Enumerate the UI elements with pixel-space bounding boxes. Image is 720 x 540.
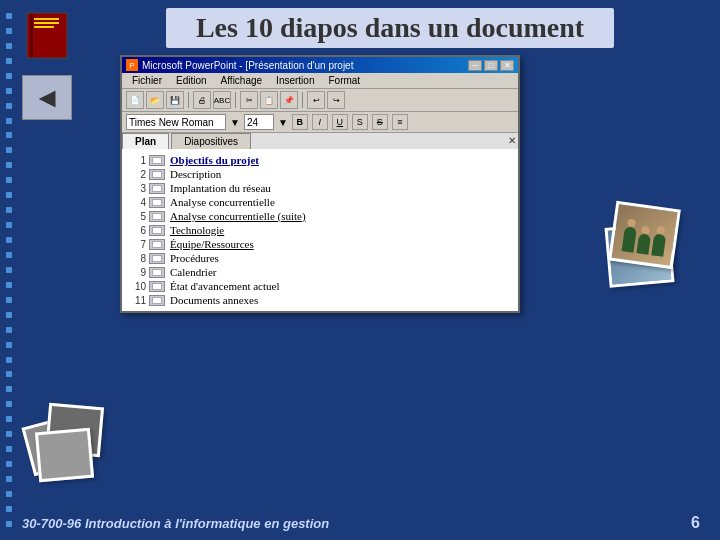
menu-insertion[interactable]: Insertion bbox=[270, 74, 320, 87]
menu-affichage[interactable]: Affichage bbox=[215, 74, 269, 87]
sep2 bbox=[235, 92, 236, 108]
footer: 30-700-96 Introduction à l'informatique … bbox=[22, 514, 700, 532]
slide-item[interactable]: 4Analyse concurrentielle bbox=[128, 195, 512, 209]
slide-item[interactable]: 8Procédures bbox=[128, 251, 512, 265]
underline-btn[interactable]: U bbox=[332, 114, 348, 130]
slide-title: Analyse concurrentielle bbox=[170, 196, 275, 208]
slide-title: Procédures bbox=[170, 252, 219, 264]
tab-diapositives[interactable]: Diapositives bbox=[171, 133, 251, 149]
ppt-menubar: Fichier Edition Affichage Insertion Form… bbox=[122, 73, 518, 89]
new-btn[interactable]: 📄 bbox=[126, 91, 144, 109]
font-size-arrow2: ▼ bbox=[278, 117, 288, 128]
ppt-window-controls: ─ □ ✕ bbox=[468, 60, 514, 71]
footer-text: 30-700-96 Introduction à l'informatique … bbox=[22, 516, 329, 531]
slide-thumbnail bbox=[149, 169, 165, 180]
menu-format[interactable]: Format bbox=[322, 74, 366, 87]
shadow-btn[interactable]: S bbox=[352, 114, 368, 130]
slide-item[interactable]: 7Équipe/Ressources bbox=[128, 237, 512, 251]
menu-fichier[interactable]: Fichier bbox=[126, 74, 168, 87]
strikethrough-btn[interactable]: S bbox=[372, 114, 388, 130]
font-name-input[interactable] bbox=[126, 114, 226, 130]
svg-rect-1 bbox=[30, 13, 33, 58]
font-size-input[interactable] bbox=[244, 114, 274, 130]
slide-title: Analyse concurrentielle (suite) bbox=[170, 210, 306, 222]
slide-item[interactable]: 6Technologie bbox=[128, 223, 512, 237]
slide-item[interactable]: 5Analyse concurrentielle (suite) bbox=[128, 209, 512, 223]
book-icon bbox=[22, 8, 72, 63]
tab-plan[interactable]: Plan bbox=[122, 133, 169, 149]
slide-item[interactable]: 3Implantation du réseau bbox=[128, 181, 512, 195]
ppt-toolbar-1: 📄 📂 💾 🖨 ABC ✂ 📋 📌 ↩ ↪ bbox=[122, 89, 518, 112]
photos-right bbox=[602, 195, 702, 300]
italic-btn[interactable]: I bbox=[312, 114, 328, 130]
svg-rect-4 bbox=[34, 26, 54, 28]
slide-title: Technologie bbox=[170, 224, 224, 236]
cut-btn[interactable]: ✂ bbox=[240, 91, 258, 109]
slide-number: 2 bbox=[128, 169, 146, 180]
slide-thumbnail bbox=[149, 239, 165, 250]
bold-btn[interactable]: B bbox=[292, 114, 308, 130]
ppt-app-icon: P bbox=[126, 59, 138, 71]
svg-rect-2 bbox=[34, 18, 59, 20]
ppt-tabs-row: Plan Diapositives ✕ bbox=[122, 133, 518, 149]
slide-item[interactable]: 11Documents annexes bbox=[128, 293, 512, 307]
slide-number: 11 bbox=[128, 295, 146, 306]
slide-thumbnail bbox=[149, 211, 165, 222]
slide-title: Implantation du réseau bbox=[170, 182, 271, 194]
slide-number: 6 bbox=[128, 225, 146, 236]
minimize-button[interactable]: ─ bbox=[468, 60, 482, 71]
open-btn[interactable]: 📂 bbox=[146, 91, 164, 109]
save-btn[interactable]: 💾 bbox=[166, 91, 184, 109]
slide-number: 10 bbox=[128, 281, 146, 292]
slide-thumbnail bbox=[149, 155, 165, 166]
svg-rect-3 bbox=[34, 22, 59, 24]
slide-title: Description bbox=[170, 168, 221, 180]
print-btn[interactable]: 🖨 bbox=[193, 91, 211, 109]
slide-number: 4 bbox=[128, 197, 146, 208]
paste-btn[interactable]: 📌 bbox=[280, 91, 298, 109]
title-bar: Les 10 diapos dans un document bbox=[80, 8, 700, 48]
slide-thumbnail bbox=[149, 197, 165, 208]
slide-item[interactable]: 1Objectifs du projet bbox=[128, 153, 512, 167]
slide-thumbnail bbox=[149, 267, 165, 278]
slide-item[interactable]: 10État d'avancement actuel bbox=[128, 279, 512, 293]
slide-title: Documents annexes bbox=[170, 294, 258, 306]
slide-thumbnail bbox=[149, 281, 165, 292]
slide-number: 7 bbox=[128, 239, 146, 250]
left-decorative-strip bbox=[0, 0, 18, 540]
panel-close-btn[interactable]: ✕ bbox=[508, 135, 516, 146]
slide-title: État d'avancement actuel bbox=[170, 280, 279, 292]
page-number: 6 bbox=[691, 514, 700, 532]
sep3 bbox=[302, 92, 303, 108]
copy-btn[interactable]: 📋 bbox=[260, 91, 278, 109]
slide-item[interactable]: 2Description bbox=[128, 167, 512, 181]
slide-thumbnail bbox=[149, 253, 165, 264]
maximize-button[interactable]: □ bbox=[484, 60, 498, 71]
photos-left bbox=[22, 390, 112, 485]
font-size-arrow: ▼ bbox=[230, 117, 240, 128]
ppt-titlebar: P Microsoft PowerPoint - [Présentation d… bbox=[122, 57, 518, 73]
redo-btn[interactable]: ↪ bbox=[327, 91, 345, 109]
slide-title: Calendrier bbox=[170, 266, 216, 278]
slide-number: 9 bbox=[128, 267, 146, 278]
slide-item[interactable]: 9Calendrier bbox=[128, 265, 512, 279]
slide-thumbnail bbox=[149, 295, 165, 306]
slide-thumbnail bbox=[149, 225, 165, 236]
close-button[interactable]: ✕ bbox=[500, 60, 514, 71]
menu-edition[interactable]: Edition bbox=[170, 74, 213, 87]
slide-number: 8 bbox=[128, 253, 146, 264]
ppt-window-title: Microsoft PowerPoint - [Présentation d'u… bbox=[142, 60, 464, 71]
undo-btn[interactable]: ↩ bbox=[307, 91, 325, 109]
page-title: Les 10 diapos dans un document bbox=[166, 8, 614, 48]
align-btn[interactable]: ≡ bbox=[392, 114, 408, 130]
slide-number: 3 bbox=[128, 183, 146, 194]
slide-title: Objectifs du projet bbox=[170, 154, 259, 166]
spell-btn[interactable]: ABC bbox=[213, 91, 231, 109]
sep1 bbox=[188, 92, 189, 108]
slide-title: Équipe/Ressources bbox=[170, 238, 254, 250]
slide-number: 5 bbox=[128, 211, 146, 222]
back-arrow-button[interactable]: ◄ bbox=[22, 75, 72, 120]
slide-thumbnail bbox=[149, 183, 165, 194]
slide-number: 1 bbox=[128, 155, 146, 166]
ppt-window: P Microsoft PowerPoint - [Présentation d… bbox=[120, 55, 520, 313]
